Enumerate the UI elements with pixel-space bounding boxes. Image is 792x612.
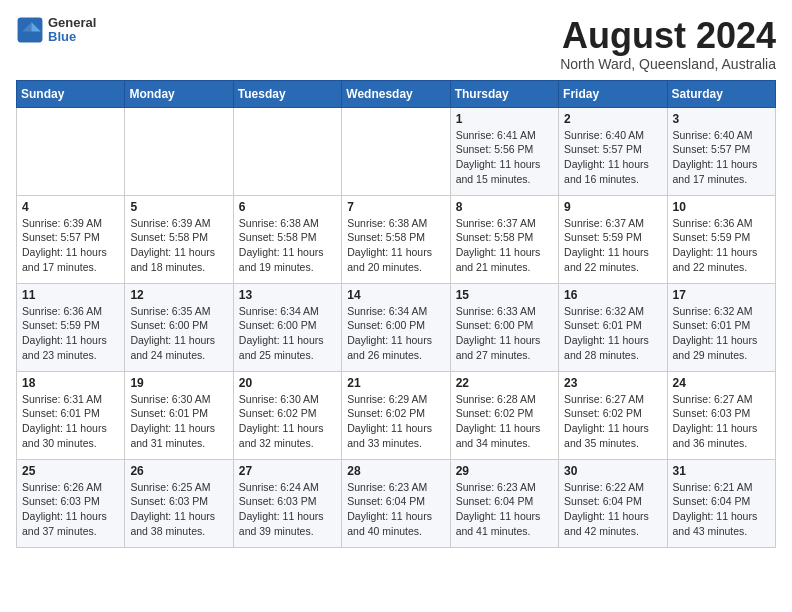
day-number: 30 [564, 464, 661, 478]
calendar-cell: 28Sunrise: 6:23 AM Sunset: 6:04 PM Dayli… [342, 459, 450, 547]
day-info: Sunrise: 6:22 AM Sunset: 6:04 PM Dayligh… [564, 480, 661, 539]
calendar-cell: 15Sunrise: 6:33 AM Sunset: 6:00 PM Dayli… [450, 283, 558, 371]
day-info: Sunrise: 6:27 AM Sunset: 6:02 PM Dayligh… [564, 392, 661, 451]
day-number: 25 [22, 464, 119, 478]
calendar-cell: 16Sunrise: 6:32 AM Sunset: 6:01 PM Dayli… [559, 283, 667, 371]
day-number: 22 [456, 376, 553, 390]
day-info: Sunrise: 6:30 AM Sunset: 6:02 PM Dayligh… [239, 392, 336, 451]
day-number: 5 [130, 200, 227, 214]
day-number: 2 [564, 112, 661, 126]
day-number: 17 [673, 288, 770, 302]
day-info: Sunrise: 6:30 AM Sunset: 6:01 PM Dayligh… [130, 392, 227, 451]
day-number: 8 [456, 200, 553, 214]
calendar-cell: 1Sunrise: 6:41 AM Sunset: 5:56 PM Daylig… [450, 107, 558, 195]
calendar-cell: 22Sunrise: 6:28 AM Sunset: 6:02 PM Dayli… [450, 371, 558, 459]
calendar-header-sunday: Sunday [17, 80, 125, 107]
calendar-cell: 29Sunrise: 6:23 AM Sunset: 6:04 PM Dayli… [450, 459, 558, 547]
calendar-week-row: 25Sunrise: 6:26 AM Sunset: 6:03 PM Dayli… [17, 459, 776, 547]
calendar-cell: 12Sunrise: 6:35 AM Sunset: 6:00 PM Dayli… [125, 283, 233, 371]
calendar-cell [125, 107, 233, 195]
day-info: Sunrise: 6:38 AM Sunset: 5:58 PM Dayligh… [347, 216, 444, 275]
day-info: Sunrise: 6:41 AM Sunset: 5:56 PM Dayligh… [456, 128, 553, 187]
page-header: General Blue August 2024 North Ward, Que… [16, 16, 776, 72]
calendar-header-wednesday: Wednesday [342, 80, 450, 107]
calendar-cell: 9Sunrise: 6:37 AM Sunset: 5:59 PM Daylig… [559, 195, 667, 283]
calendar-cell: 4Sunrise: 6:39 AM Sunset: 5:57 PM Daylig… [17, 195, 125, 283]
calendar-week-row: 4Sunrise: 6:39 AM Sunset: 5:57 PM Daylig… [17, 195, 776, 283]
day-info: Sunrise: 6:37 AM Sunset: 5:59 PM Dayligh… [564, 216, 661, 275]
logo-general: General [48, 16, 96, 30]
calendar-table: SundayMondayTuesdayWednesdayThursdayFrid… [16, 80, 776, 548]
day-number: 15 [456, 288, 553, 302]
day-number: 19 [130, 376, 227, 390]
calendar-cell: 19Sunrise: 6:30 AM Sunset: 6:01 PM Dayli… [125, 371, 233, 459]
day-info: Sunrise: 6:24 AM Sunset: 6:03 PM Dayligh… [239, 480, 336, 539]
title-area: August 2024 North Ward, Queensland, Aust… [560, 16, 776, 72]
calendar-cell [17, 107, 125, 195]
month-year: August 2024 [560, 16, 776, 56]
calendar-cell: 27Sunrise: 6:24 AM Sunset: 6:03 PM Dayli… [233, 459, 341, 547]
day-number: 11 [22, 288, 119, 302]
day-info: Sunrise: 6:32 AM Sunset: 6:01 PM Dayligh… [673, 304, 770, 363]
day-info: Sunrise: 6:29 AM Sunset: 6:02 PM Dayligh… [347, 392, 444, 451]
calendar-cell: 11Sunrise: 6:36 AM Sunset: 5:59 PM Dayli… [17, 283, 125, 371]
calendar-cell: 26Sunrise: 6:25 AM Sunset: 6:03 PM Dayli… [125, 459, 233, 547]
calendar-week-row: 18Sunrise: 6:31 AM Sunset: 6:01 PM Dayli… [17, 371, 776, 459]
calendar-week-row: 11Sunrise: 6:36 AM Sunset: 5:59 PM Dayli… [17, 283, 776, 371]
day-info: Sunrise: 6:26 AM Sunset: 6:03 PM Dayligh… [22, 480, 119, 539]
calendar-cell: 6Sunrise: 6:38 AM Sunset: 5:58 PM Daylig… [233, 195, 341, 283]
day-number: 10 [673, 200, 770, 214]
day-number: 18 [22, 376, 119, 390]
day-number: 12 [130, 288, 227, 302]
day-number: 9 [564, 200, 661, 214]
day-number: 6 [239, 200, 336, 214]
calendar-cell: 5Sunrise: 6:39 AM Sunset: 5:58 PM Daylig… [125, 195, 233, 283]
day-number: 29 [456, 464, 553, 478]
logo-icon [16, 16, 44, 44]
day-info: Sunrise: 6:38 AM Sunset: 5:58 PM Dayligh… [239, 216, 336, 275]
calendar-cell: 21Sunrise: 6:29 AM Sunset: 6:02 PM Dayli… [342, 371, 450, 459]
calendar-cell [233, 107, 341, 195]
day-info: Sunrise: 6:23 AM Sunset: 6:04 PM Dayligh… [347, 480, 444, 539]
day-number: 3 [673, 112, 770, 126]
calendar-header-monday: Monday [125, 80, 233, 107]
calendar-cell: 18Sunrise: 6:31 AM Sunset: 6:01 PM Dayli… [17, 371, 125, 459]
calendar-cell: 3Sunrise: 6:40 AM Sunset: 5:57 PM Daylig… [667, 107, 775, 195]
day-number: 31 [673, 464, 770, 478]
day-number: 26 [130, 464, 227, 478]
calendar-cell: 13Sunrise: 6:34 AM Sunset: 6:00 PM Dayli… [233, 283, 341, 371]
calendar-cell: 31Sunrise: 6:21 AM Sunset: 6:04 PM Dayli… [667, 459, 775, 547]
calendar-header-saturday: Saturday [667, 80, 775, 107]
logo-blue: Blue [48, 30, 96, 44]
calendar-header-friday: Friday [559, 80, 667, 107]
day-info: Sunrise: 6:33 AM Sunset: 6:00 PM Dayligh… [456, 304, 553, 363]
day-info: Sunrise: 6:37 AM Sunset: 5:58 PM Dayligh… [456, 216, 553, 275]
calendar-week-row: 1Sunrise: 6:41 AM Sunset: 5:56 PM Daylig… [17, 107, 776, 195]
day-info: Sunrise: 6:39 AM Sunset: 5:58 PM Dayligh… [130, 216, 227, 275]
day-info: Sunrise: 6:34 AM Sunset: 6:00 PM Dayligh… [347, 304, 444, 363]
day-number: 16 [564, 288, 661, 302]
day-number: 4 [22, 200, 119, 214]
day-info: Sunrise: 6:40 AM Sunset: 5:57 PM Dayligh… [673, 128, 770, 187]
calendar-header-thursday: Thursday [450, 80, 558, 107]
day-number: 28 [347, 464, 444, 478]
calendar-cell: 24Sunrise: 6:27 AM Sunset: 6:03 PM Dayli… [667, 371, 775, 459]
calendar-header-tuesday: Tuesday [233, 80, 341, 107]
day-number: 24 [673, 376, 770, 390]
calendar-cell: 10Sunrise: 6:36 AM Sunset: 5:59 PM Dayli… [667, 195, 775, 283]
day-number: 21 [347, 376, 444, 390]
calendar-cell: 30Sunrise: 6:22 AM Sunset: 6:04 PM Dayli… [559, 459, 667, 547]
day-info: Sunrise: 6:28 AM Sunset: 6:02 PM Dayligh… [456, 392, 553, 451]
day-number: 1 [456, 112, 553, 126]
day-number: 23 [564, 376, 661, 390]
day-number: 20 [239, 376, 336, 390]
calendar-cell: 2Sunrise: 6:40 AM Sunset: 5:57 PM Daylig… [559, 107, 667, 195]
day-info: Sunrise: 6:27 AM Sunset: 6:03 PM Dayligh… [673, 392, 770, 451]
location: North Ward, Queensland, Australia [560, 56, 776, 72]
calendar-cell: 25Sunrise: 6:26 AM Sunset: 6:03 PM Dayli… [17, 459, 125, 547]
calendar-cell [342, 107, 450, 195]
calendar-header-row: SundayMondayTuesdayWednesdayThursdayFrid… [17, 80, 776, 107]
day-number: 14 [347, 288, 444, 302]
day-info: Sunrise: 6:31 AM Sunset: 6:01 PM Dayligh… [22, 392, 119, 451]
calendar-cell: 17Sunrise: 6:32 AM Sunset: 6:01 PM Dayli… [667, 283, 775, 371]
